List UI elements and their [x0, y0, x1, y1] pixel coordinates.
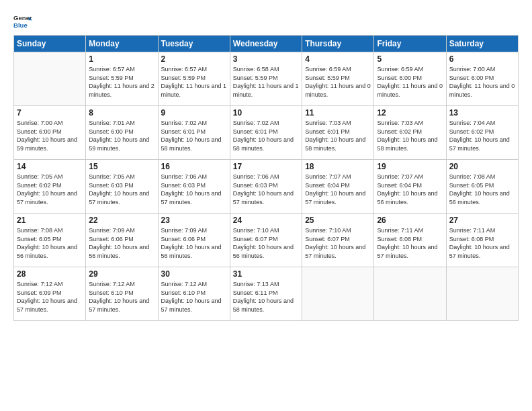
cell-details: Sunrise: 7:06 AMSunset: 6:03 PMDaylight:…: [233, 173, 299, 206]
calendar-cell: 1Sunrise: 6:57 AMSunset: 5:59 PMDaylight…: [86, 52, 158, 106]
calendar-cell: 14Sunrise: 7:05 AMSunset: 6:02 PMDayligh…: [14, 160, 86, 214]
cell-details: Sunrise: 7:06 AMSunset: 6:03 PMDaylight:…: [161, 173, 227, 206]
day-number: 16: [161, 162, 227, 171]
cell-details: Sunrise: 7:10 AMSunset: 6:07 PMDaylight:…: [305, 226, 371, 260]
day-number: 15: [89, 162, 154, 171]
calendar-cell: 3Sunrise: 6:58 AMSunset: 5:59 PMDaylight…: [230, 52, 302, 106]
calendar-cell: 31Sunrise: 7:13 AMSunset: 6:11 PMDayligh…: [230, 267, 302, 321]
cell-details: Sunrise: 7:08 AMSunset: 6:05 PMDaylight:…: [17, 226, 83, 260]
day-number: 7: [17, 108, 83, 118]
calendar-cell: 16Sunrise: 7:06 AMSunset: 6:03 PMDayligh…: [158, 160, 230, 214]
calendar-cell: 10Sunrise: 7:02 AMSunset: 6:01 PMDayligh…: [230, 106, 302, 160]
day-number: 23: [161, 216, 227, 225]
calendar-cell: 18Sunrise: 7:07 AMSunset: 6:04 PMDayligh…: [302, 160, 374, 214]
page: General Blue SundayMondayTuesdayWednesda…: [0, 0, 532, 411]
calendar-week-1: 1Sunrise: 6:57 AMSunset: 5:59 PMDaylight…: [14, 52, 519, 106]
calendar-cell: 15Sunrise: 7:05 AMSunset: 6:03 PMDayligh…: [86, 160, 158, 214]
calendar-cell: [14, 52, 86, 106]
calendar-cell: 13Sunrise: 7:04 AMSunset: 6:02 PMDayligh…: [446, 106, 518, 160]
day-number: 26: [377, 216, 443, 225]
calendar-cell: 25Sunrise: 7:10 AMSunset: 6:07 PMDayligh…: [302, 214, 374, 267]
cell-details: Sunrise: 7:05 AMSunset: 6:03 PMDaylight:…: [89, 173, 154, 206]
calendar-cell: 7Sunrise: 7:00 AMSunset: 6:00 PMDaylight…: [14, 106, 86, 160]
cell-details: Sunrise: 6:59 AMSunset: 5:59 PMDaylight:…: [305, 65, 371, 99]
calendar-cell: 26Sunrise: 7:11 AMSunset: 6:08 PMDayligh…: [374, 214, 446, 267]
calendar-cell: 22Sunrise: 7:09 AMSunset: 6:06 PMDayligh…: [86, 214, 158, 267]
day-number: 17: [233, 162, 299, 171]
calendar-cell: 4Sunrise: 6:59 AMSunset: 5:59 PMDaylight…: [302, 52, 374, 106]
day-number: 3: [233, 54, 299, 64]
calendar-cell: [374, 267, 446, 321]
day-number: 29: [89, 269, 154, 279]
calendar-week-3: 14Sunrise: 7:05 AMSunset: 6:02 PMDayligh…: [14, 160, 519, 214]
logo: General Blue: [13, 12, 32, 31]
cell-details: Sunrise: 7:01 AMSunset: 6:00 PMDaylight:…: [89, 119, 154, 152]
logo-icon: General Blue: [13, 12, 32, 31]
cell-details: Sunrise: 7:12 AMSunset: 6:10 PMDaylight:…: [89, 280, 154, 314]
day-number: 24: [233, 216, 299, 225]
calendar-week-4: 21Sunrise: 7:08 AMSunset: 6:05 PMDayligh…: [14, 214, 519, 267]
cell-details: Sunrise: 6:57 AMSunset: 5:59 PMDaylight:…: [89, 65, 154, 99]
calendar-cell: 23Sunrise: 7:09 AMSunset: 6:06 PMDayligh…: [158, 214, 230, 267]
cell-details: Sunrise: 7:03 AMSunset: 6:02 PMDaylight:…: [377, 119, 443, 152]
day-number: 11: [305, 108, 371, 118]
calendar-cell: 28Sunrise: 7:12 AMSunset: 6:09 PMDayligh…: [14, 267, 86, 321]
day-header-friday: Friday: [374, 36, 446, 52]
day-number: 2: [161, 54, 227, 64]
day-header-monday: Monday: [86, 36, 158, 52]
calendar-cell: 29Sunrise: 7:12 AMSunset: 6:10 PMDayligh…: [86, 267, 158, 321]
day-number: 31: [233, 269, 299, 279]
cell-details: Sunrise: 6:57 AMSunset: 5:59 PMDaylight:…: [161, 65, 227, 99]
calendar-cell: 27Sunrise: 7:11 AMSunset: 6:08 PMDayligh…: [446, 214, 518, 267]
cell-details: Sunrise: 7:10 AMSunset: 6:07 PMDaylight:…: [233, 226, 299, 260]
day-number: 21: [17, 216, 83, 225]
day-number: 13: [449, 108, 515, 118]
cell-details: Sunrise: 7:07 AMSunset: 6:04 PMDaylight:…: [305, 173, 371, 206]
day-number: 5: [377, 54, 443, 64]
header: General Blue: [13, 12, 519, 31]
cell-details: Sunrise: 7:11 AMSunset: 6:08 PMDaylight:…: [449, 226, 515, 260]
day-number: 22: [89, 216, 154, 225]
calendar-cell: 17Sunrise: 7:06 AMSunset: 6:03 PMDayligh…: [230, 160, 302, 214]
calendar-cell: 24Sunrise: 7:10 AMSunset: 6:07 PMDayligh…: [230, 214, 302, 267]
calendar-cell: 8Sunrise: 7:01 AMSunset: 6:00 PMDaylight…: [86, 106, 158, 160]
day-number: 28: [17, 269, 83, 279]
cell-details: Sunrise: 7:07 AMSunset: 6:04 PMDaylight:…: [377, 173, 443, 206]
svg-text:Blue: Blue: [13, 21, 28, 29]
cell-details: Sunrise: 7:00 AMSunset: 6:00 PMDaylight:…: [449, 65, 515, 99]
day-number: 4: [305, 54, 371, 64]
day-number: 27: [449, 216, 515, 225]
calendar-cell: 19Sunrise: 7:07 AMSunset: 6:04 PMDayligh…: [374, 160, 446, 214]
calendar-cell: [446, 267, 518, 321]
calendar-cell: 2Sunrise: 6:57 AMSunset: 5:59 PMDaylight…: [158, 52, 230, 106]
cell-details: Sunrise: 7:09 AMSunset: 6:06 PMDaylight:…: [161, 226, 227, 260]
cell-details: Sunrise: 7:02 AMSunset: 6:01 PMDaylight:…: [233, 119, 299, 152]
day-header-tuesday: Tuesday: [158, 36, 230, 52]
day-number: 8: [89, 108, 154, 118]
day-number: 10: [233, 108, 299, 118]
cell-details: Sunrise: 6:58 AMSunset: 5:59 PMDaylight:…: [233, 65, 299, 99]
cell-details: Sunrise: 7:12 AMSunset: 6:10 PMDaylight:…: [161, 280, 227, 314]
calendar-cell: 12Sunrise: 7:03 AMSunset: 6:02 PMDayligh…: [374, 106, 446, 160]
day-header-saturday: Saturday: [446, 36, 518, 52]
calendar-cell: 9Sunrise: 7:02 AMSunset: 6:01 PMDaylight…: [158, 106, 230, 160]
day-number: 6: [449, 54, 515, 64]
cell-details: Sunrise: 7:11 AMSunset: 6:08 PMDaylight:…: [377, 226, 443, 260]
calendar-week-2: 7Sunrise: 7:00 AMSunset: 6:00 PMDaylight…: [14, 106, 519, 160]
cell-details: Sunrise: 7:05 AMSunset: 6:02 PMDaylight:…: [17, 173, 83, 206]
calendar-cell: 6Sunrise: 7:00 AMSunset: 6:00 PMDaylight…: [446, 52, 518, 106]
day-number: 18: [305, 162, 371, 171]
cell-details: Sunrise: 7:02 AMSunset: 6:01 PMDaylight:…: [161, 119, 227, 152]
day-number: 25: [305, 216, 371, 225]
cell-details: Sunrise: 7:08 AMSunset: 6:05 PMDaylight:…: [449, 173, 515, 206]
calendar-cell: [302, 267, 374, 321]
cell-details: Sunrise: 7:00 AMSunset: 6:00 PMDaylight:…: [17, 119, 83, 152]
calendar-cell: 20Sunrise: 7:08 AMSunset: 6:05 PMDayligh…: [446, 160, 518, 214]
cell-details: Sunrise: 7:04 AMSunset: 6:02 PMDaylight:…: [449, 119, 515, 152]
cell-details: Sunrise: 7:13 AMSunset: 6:11 PMDaylight:…: [233, 280, 299, 314]
cell-details: Sunrise: 6:59 AMSunset: 6:00 PMDaylight:…: [377, 65, 443, 99]
day-header-thursday: Thursday: [302, 36, 374, 52]
cell-details: Sunrise: 7:12 AMSunset: 6:09 PMDaylight:…: [17, 280, 83, 314]
day-number: 19: [377, 162, 443, 171]
day-header-wednesday: Wednesday: [230, 36, 302, 52]
